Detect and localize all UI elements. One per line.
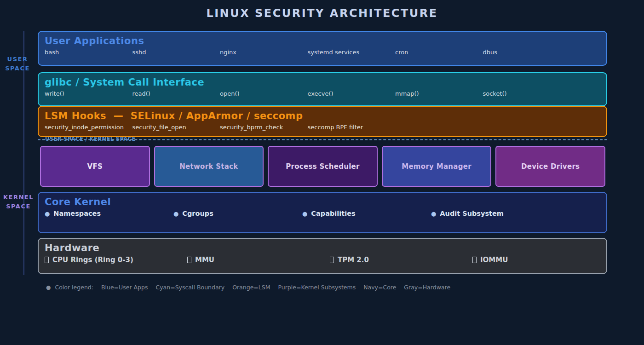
legend-purple: Purple=Kernel Subsystems (278, 284, 356, 291)
kernel-space-label-line1: KERNEL (1, 193, 36, 202)
hw-cpu-rings: CPU Rings (Ring 0-3) (45, 256, 187, 264)
architecture-diagram: User Applications bash sshd nginx system… (38, 31, 607, 291)
app-cron: cron (395, 49, 483, 56)
subsystem-network-stack: Network Stack (154, 146, 264, 187)
kernel-space-label: KERNEL SPACE (1, 193, 36, 211)
app-sshd: sshd (132, 49, 220, 56)
kernel-space-label-line2: SPACE (1, 202, 36, 211)
legend-gray: Gray=Hardware (404, 284, 450, 291)
bullet-icon: ● (431, 210, 436, 217)
core-namespaces: ●Namespaces (45, 210, 173, 217)
user-applications-title: User Applications (45, 35, 600, 46)
legend-blue: Blue=User Apps (101, 284, 148, 291)
bullet-icon: ● (46, 284, 51, 291)
subsystem-device-drivers: Device Drivers (495, 146, 605, 187)
legend-navy: Navy=Core (363, 284, 396, 291)
missing-glyph-icon (330, 257, 334, 263)
hw-tpm: TPM 2.0 (330, 256, 472, 264)
syscall-open: open() (220, 90, 308, 97)
lsm-inode-permission: security_inode_permission (45, 124, 132, 131)
syscall-interface-layer: glibc / System Call Interface write() re… (38, 72, 607, 106)
app-systemd-services: systemd services (308, 49, 396, 56)
hw-iommu: IOMMU (472, 256, 615, 264)
syscall-execve: execve() (308, 90, 396, 97)
user-applications-items: bash sshd nginx systemd services cron db… (45, 49, 600, 56)
hw-tpm-label: TPM 2.0 (338, 256, 369, 264)
lsm-seccomp-bpf: seccomp BPF filter (308, 124, 396, 131)
hw-iommu-label: IOMMU (480, 256, 508, 264)
lsm-hooks-layer: LSM Hooks — SELinux / AppArmor / seccomp… (38, 106, 607, 137)
missing-glyph-icon (187, 257, 191, 263)
core-kernel-layer: Core Kernel ●Namespaces ●Cgroups ●Capabi… (38, 192, 607, 233)
kernel-subsystems-row: VFS Network Stack Process Scheduler Memo… (38, 146, 607, 187)
bullet-icon: ● (302, 210, 307, 217)
syscall-socket: socket() (483, 90, 571, 97)
app-nginx: nginx (220, 49, 308, 56)
core-audit-subsystem: ●Audit Subsystem (431, 210, 560, 217)
syscall-mmap: mmap() (395, 90, 483, 97)
bullet-icon: ● (45, 210, 50, 217)
legend-orange: Orange=LSM (232, 284, 270, 291)
hw-mmu-label: MMU (195, 256, 214, 264)
user-space-label-line2: SPACE (0, 64, 35, 73)
legend-cyan: Cyan=Syscall Boundary (155, 284, 224, 291)
subsystem-vfs: VFS (40, 146, 150, 187)
user-applications-layer: User Applications bash sshd nginx system… (38, 31, 607, 66)
core-namespaces-label: Namespaces (53, 210, 101, 217)
syscall-write: write() (45, 90, 132, 97)
core-kernel-title: Core Kernel (45, 196, 600, 207)
syscall-interface-title: glibc / System Call Interface (45, 77, 600, 88)
missing-glyph-icon (45, 257, 49, 263)
syscall-read: read() (132, 90, 220, 97)
lsm-hooks-title: LSM Hooks — SELinux / AppArmor / seccomp (45, 110, 600, 121)
hardware-items: CPU Rings (Ring 0-3) MMU TPM 2.0 IOMMU (45, 256, 600, 264)
missing-glyph-icon (472, 257, 477, 263)
lsm-bprm-check: security_bprm_check (220, 124, 308, 131)
app-dbus: dbus (483, 49, 571, 56)
lsm-file-open: security_file_open (132, 124, 220, 131)
user-kernel-boundary-line: USER SPACE / KERNEL SPACE (38, 139, 607, 140)
user-space-label: USER SPACE (0, 55, 35, 73)
lsm-items: security_inode_permission security_file_… (45, 124, 600, 131)
syscall-items: write() read() open() execve() mmap() so… (45, 90, 600, 97)
subsystem-memory-manager: Memory Manager (382, 146, 492, 187)
core-audit-subsystem-label: Audit Subsystem (440, 210, 504, 217)
color-legend: ●Color legend: Blue=User Apps Cyan=Sysca… (46, 284, 607, 291)
hardware-layer: Hardware CPU Rings (Ring 0-3) MMU TPM 2.… (38, 238, 607, 274)
core-capabilities: ●Capabilities (302, 210, 431, 217)
bullet-icon: ● (173, 210, 178, 217)
page-title: LINUX SECURITY ARCHITECTURE (0, 7, 644, 20)
app-bash: bash (45, 49, 132, 56)
subsystem-process-scheduler: Process Scheduler (268, 146, 378, 187)
core-cgroups: ●Cgroups (173, 210, 302, 217)
hw-cpu-rings-label: CPU Rings (Ring 0-3) (52, 256, 133, 264)
color-legend-label: Color legend: (55, 284, 93, 291)
user-space-label-line1: USER (0, 55, 35, 64)
core-cgroups-label: Cgroups (182, 210, 213, 217)
hardware-title: Hardware (45, 242, 600, 253)
hw-mmu: MMU (187, 256, 330, 264)
core-capabilities-label: Capabilities (311, 210, 355, 217)
core-kernel-items: ●Namespaces ●Cgroups ●Capabilities ●Audi… (45, 210, 600, 217)
